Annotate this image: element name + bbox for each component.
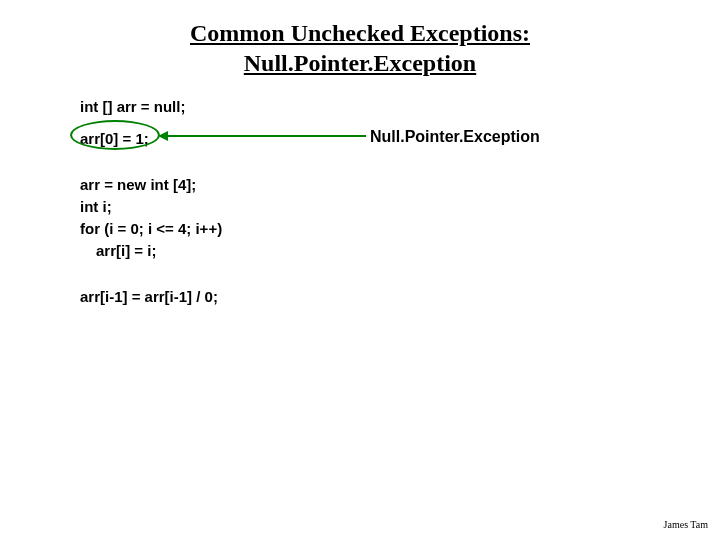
exception-callout: Null.Pointer.Exception xyxy=(370,128,540,146)
author-footer: James Tam xyxy=(664,519,708,530)
code-line-2: arr[0] = 1; xyxy=(80,130,222,148)
code-line-4: int i; xyxy=(80,198,222,216)
title-line-1: Common Unchecked Exceptions: xyxy=(190,20,530,46)
code-line-6: arr[i] = i; xyxy=(80,242,222,260)
code-block: int [] arr = null; arr[0] = 1; arr = new… xyxy=(80,98,222,320)
code-line-7: arr[i-1] = arr[i-1] / 0; xyxy=(80,288,222,306)
code-line-3: arr = new int [4]; xyxy=(80,176,222,194)
code-line-1: int [] arr = null; xyxy=(80,98,222,116)
callout-arrow-line xyxy=(160,135,366,137)
title-line-2: Null.Pointer.Exception xyxy=(244,50,476,76)
code-line-5: for (i = 0; i <= 4; i++) xyxy=(80,220,222,238)
callout-arrow-head-icon xyxy=(158,131,168,141)
slide-title: Common Unchecked Exceptions: Null.Pointe… xyxy=(0,0,720,78)
